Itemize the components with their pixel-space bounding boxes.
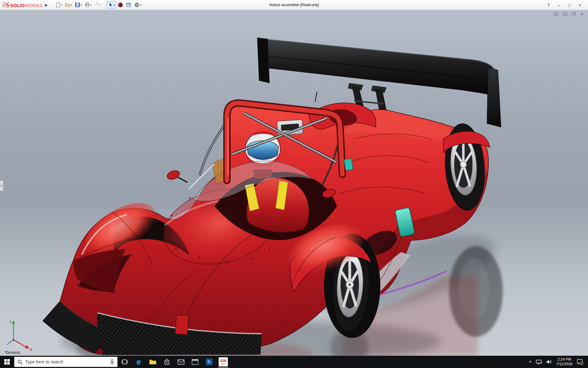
- print-icon: [85, 2, 90, 8]
- save-floppy-icon: [75, 2, 80, 8]
- graphics-viewport[interactable]: Y X *Dimetric: [0, 10, 588, 356]
- cockpit-teal-accent: [344, 159, 353, 171]
- caret-down-icon[interactable]: ▾: [61, 4, 62, 6]
- doc-tile-left-icon[interactable]: [554, 12, 559, 17]
- search-icon: [17, 359, 23, 365]
- toolbar-separator: [104, 2, 105, 8]
- volume-button[interactable]: [544, 356, 554, 368]
- open-folder-icon: [65, 2, 70, 8]
- caret-down-icon[interactable]: ▾: [100, 4, 101, 6]
- start-button[interactable]: [0, 356, 14, 368]
- chevron-left-icon: [1, 184, 3, 187]
- minimize-button[interactable]: –: [554, 0, 564, 10]
- help-button[interactable]: ?: [543, 0, 554, 10]
- task-view-button[interactable]: [118, 356, 132, 368]
- grille-center-panel: [175, 315, 189, 335]
- brand-solid: SOLID: [10, 3, 25, 8]
- store-button[interactable]: [160, 356, 174, 368]
- edge-icon: e: [134, 358, 143, 366]
- app-window-icon: [192, 359, 198, 365]
- console-app-button[interactable]: [188, 356, 202, 368]
- options-gear-icon: [134, 2, 140, 8]
- feature-tree-collapse-tab[interactable]: [0, 181, 3, 191]
- store-bag-icon: [164, 359, 170, 365]
- options-button[interactable]: ▾: [133, 1, 142, 9]
- mail-button[interactable]: [174, 356, 188, 368]
- edge-button[interactable]: e: [132, 356, 146, 368]
- network-icon: [536, 359, 542, 364]
- caret-down-icon[interactable]: ▾: [90, 4, 92, 6]
- appearance-sphere-icon: [118, 2, 123, 8]
- axis-x-label: X: [30, 348, 32, 351]
- maximize-button[interactable]: □: [564, 0, 575, 10]
- save-button[interactable]: ▾: [74, 1, 83, 9]
- wing-endplate-left: [257, 38, 270, 83]
- doc-close-icon[interactable]: [579, 12, 585, 17]
- windows-taskbar: e: [0, 356, 588, 368]
- blue-app-button[interactable]: [202, 356, 216, 368]
- new-document-icon: [55, 2, 61, 8]
- new-document-button[interactable]: ▾: [54, 1, 63, 9]
- undo-button[interactable]: ▾: [93, 1, 103, 9]
- undo-arrow-icon: [94, 2, 100, 8]
- solidworks-app-button[interactable]: SW 2017: [216, 356, 230, 368]
- task-view-icon: [122, 359, 128, 365]
- titlebar: ∂S SOLID WORKS ▶ ▾ ▾ ▾ ▾: [0, 0, 588, 10]
- search-input[interactable]: [25, 359, 107, 364]
- toolbar-separator: [52, 2, 52, 8]
- mail-icon: [178, 359, 184, 365]
- open-button[interactable]: ▾: [64, 1, 73, 9]
- file-explorer-icon: [149, 359, 156, 365]
- doc-restore-icon[interactable]: [571, 12, 576, 17]
- network-button[interactable]: [534, 356, 544, 368]
- title-controls: ? – □ ×: [543, 0, 585, 10]
- brand-works: WORKS: [25, 3, 43, 8]
- print-button[interactable]: ▾: [83, 1, 93, 9]
- taskbar-clock[interactable]: 2:24 PM 7/11/2018: [554, 356, 575, 368]
- view-orientation-label: *Dimetric: [4, 350, 21, 355]
- solidworks-logo: ∂S SOLID WORKS: [2, 1, 43, 9]
- action-center-icon: 3: [577, 359, 583, 365]
- blue-app-icon: [205, 358, 213, 366]
- microphone-icon[interactable]: [110, 359, 114, 365]
- caret-down-icon[interactable]: ▾: [114, 4, 115, 6]
- caret-down-icon[interactable]: ▾: [81, 4, 82, 6]
- tray-expand-button[interactable]: ^: [527, 356, 534, 368]
- document-window-controls: [554, 12, 585, 17]
- design-table-icon: [126, 2, 131, 8]
- doc-tile-right-icon[interactable]: [562, 12, 568, 17]
- svg-text:e: e: [137, 358, 141, 366]
- caret-down-icon[interactable]: ▾: [140, 4, 141, 6]
- appearance-button[interactable]: [116, 1, 124, 9]
- taskbar-search[interactable]: [14, 357, 118, 367]
- select-cursor-icon: [108, 2, 113, 8]
- window-title: Voiture assomblee [Read-only]: [269, 3, 319, 7]
- design-table-button[interactable]: [125, 1, 133, 9]
- close-button[interactable]: ×: [575, 0, 585, 10]
- solidworks-window: ∂S SOLID WORKS ▶ ▾ ▾ ▾ ▾: [0, 0, 588, 368]
- clock-time: 2:24 PM: [557, 357, 571, 362]
- notification-badge: 3: [581, 362, 582, 365]
- system-tray: ^ 2:24 PM 7/11/2018: [527, 356, 588, 368]
- speaker-icon: [546, 359, 552, 364]
- action-center-button[interactable]: 3: [575, 356, 586, 368]
- caret-down-icon[interactable]: ▾: [71, 4, 72, 6]
- toolbar-expander-icon[interactable]: ▶: [45, 3, 48, 7]
- chevron-up-icon: ^: [529, 360, 532, 364]
- ds-logo-icon: ∂S: [2, 1, 9, 9]
- standard-toolbar: ▾ ▾ ▾ ▾ ▾ ▾: [54, 1, 142, 9]
- axis-y-label: Y: [9, 320, 12, 324]
- 3d-scene[interactable]: Y X *Dimetric: [0, 10, 588, 356]
- windows-logo-icon: [4, 359, 10, 365]
- file-explorer-button[interactable]: [146, 356, 160, 368]
- clock-date: 7/11/2018: [556, 362, 573, 366]
- select-button[interactable]: ▾: [107, 1, 116, 9]
- solidworks-app-icon: SW 2017: [219, 357, 228, 366]
